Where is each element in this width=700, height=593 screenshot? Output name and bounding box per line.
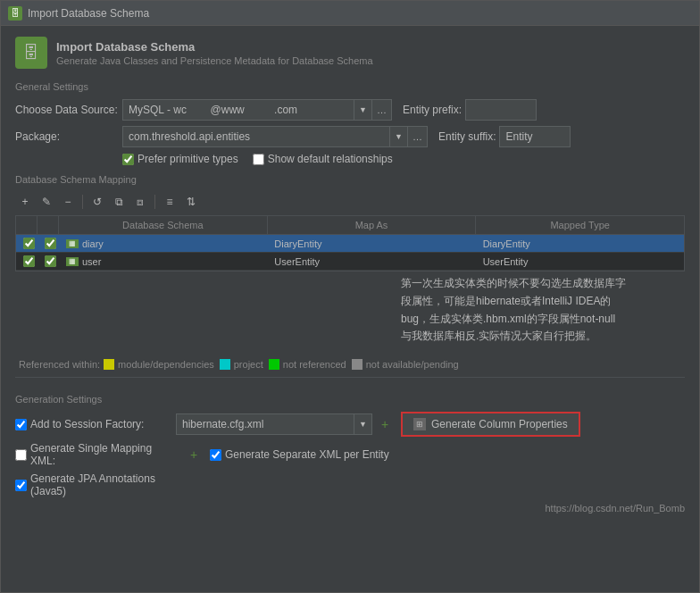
jpa-label: Generate JPA Annotations (Java5) <box>15 472 176 497</box>
prefer-primitive-checkbox[interactable] <box>122 154 134 165</box>
row1-check1 <box>16 235 38 252</box>
entity-suffix-input[interactable] <box>499 126 571 147</box>
remove-btn[interactable]: − <box>58 192 78 212</box>
session-factory-plus[interactable]: + <box>376 417 394 431</box>
annotation-text: 第一次生成实体类的时候不要勾选生成数据库字 段属性，可能是hibernate或者… <box>401 275 678 346</box>
session-factory-row: Add to Session Factory: ▼ + ⊞ Generate C… <box>15 412 685 437</box>
ref-box-project <box>220 359 230 370</box>
content-area: 🗄 Import Database Schema Generate Java C… <box>1 26 699 592</box>
datasource-label: Choose Data Source: <box>15 104 122 116</box>
session-factory-label: Add to Session Factory: <box>15 418 176 430</box>
show-default-checkbox[interactable] <box>253 154 264 165</box>
row2-check2 <box>38 253 59 270</box>
referenced-label: Referenced within: <box>19 359 100 370</box>
header-title: Import Database Schema <box>56 40 373 54</box>
annotation-line2: 段属性，可能是hibernate或者IntelliJ IDEA的 <box>401 295 611 307</box>
toolbar: + ✎ − ↺ ⧉ ⧈ ≡ ⇅ <box>15 192 685 212</box>
package-label: Package: <box>15 130 122 143</box>
paste-btn[interactable]: ⧈ <box>130 192 150 212</box>
toolbar-separator-2 <box>154 195 155 209</box>
url-bar: https://blog.csdn.net/Run_Bomb <box>15 503 685 514</box>
datasource-dropdown-btn[interactable]: ▼ <box>354 99 372 121</box>
session-factory-dropdown[interactable]: ▼ <box>354 413 372 435</box>
row2-mapas: UserEntity <box>267 254 475 270</box>
row1-check2 <box>38 235 59 252</box>
row1-mapas: DiaryEntity <box>267 236 475 252</box>
session-factory-checkbox[interactable] <box>15 419 27 430</box>
refresh-btn[interactable]: ↺ <box>88 192 107 212</box>
datasource-row: Choose Data Source: ▼ … Entity prefix: <box>15 99 685 121</box>
ref-not-text: not referenced <box>283 359 346 370</box>
mapping-section: Database Schema Mapping + ✎ − ↺ ⧉ ⧈ ≡ ⇅ … <box>15 174 685 271</box>
generation-settings-label: Generation Settings <box>15 394 685 405</box>
single-mapping-plus[interactable]: + <box>185 447 203 462</box>
header-section: 🗄 Import Database Schema Generate Java C… <box>15 37 685 69</box>
jpa-checkbox[interactable] <box>15 480 27 491</box>
ref-box-not-referenced <box>269 359 279 370</box>
header-subtitle: Generate Java Classes and Persistence Me… <box>56 55 373 66</box>
mapping-section-label: Database Schema Mapping <box>15 174 685 185</box>
row2-checkbox2[interactable] <box>45 255 56 267</box>
show-default-label: Show default relationships <box>268 153 393 165</box>
table-header: Database Schema Map As Mapped Type <box>16 216 684 235</box>
copy-btn[interactable]: ⧉ <box>109 192 129 212</box>
ref-box-pending <box>352 359 362 370</box>
jpa-text: Generate JPA Annotations (Java5) <box>30 472 176 497</box>
row1-schema: ▦ diary <box>59 236 267 252</box>
generation-section: Generation Settings Add to Session Facto… <box>15 394 685 514</box>
session-factory-input[interactable] <box>176 413 354 435</box>
table-row[interactable]: ▦ user UserEntity UserEntity <box>16 253 684 271</box>
package-input[interactable] <box>122 126 390 147</box>
row2-check1 <box>16 253 38 270</box>
col-check1 <box>16 216 38 234</box>
annotation-line4: 与我数据库相反.实际情况大家自行把握。 <box>401 330 596 342</box>
session-factory-text: Add to Session Factory: <box>30 418 144 430</box>
package-ellipsis-btn[interactable]: … <box>408 126 428 147</box>
row1-mapas-text: DiaryEntity <box>274 238 321 249</box>
entity-suffix-label: Entity suffix: <box>438 130 496 143</box>
generate-col-icon: ⊞ <box>413 418 426 430</box>
single-mapping-row: Generate Single Mapping XML: + Generate … <box>15 442 685 467</box>
row1-checkbox2[interactable] <box>45 238 56 249</box>
datasource-input[interactable] <box>122 99 354 121</box>
checkboxes-row: Prefer primitive types Show default rela… <box>122 153 685 165</box>
row1-checkbox1[interactable] <box>23 238 35 249</box>
annotation-line3: bug，生成实体类.hbm.xml的字段属性not-null <box>401 313 615 325</box>
ref-box-module <box>104 359 114 370</box>
edit-btn[interactable]: ✎ <box>37 192 56 212</box>
toolbar-separator-1 <box>82 195 83 209</box>
row2-schema-text: user <box>82 256 101 267</box>
header-text: Import Database Schema Generate Java Cla… <box>56 40 373 66</box>
main-window: 🗄 Import Database Schema 🗄 Import Databa… <box>0 0 700 593</box>
prefer-primitive-label: Prefer primitive types <box>138 153 238 165</box>
ref-project-text: project <box>234 359 263 370</box>
package-dropdown-btn[interactable]: ▼ <box>390 126 408 147</box>
header-icon: 🗄 <box>15 37 47 69</box>
row1-mapped: DiaryEntity <box>476 236 684 252</box>
table-icon-user: ▦ <box>66 257 79 266</box>
row2-checkbox1[interactable] <box>23 255 35 267</box>
separate-xml-item: Generate Separate XML per Entity <box>210 448 389 461</box>
entity-prefix-input[interactable] <box>465 99 537 121</box>
single-mapping-checkbox[interactable] <box>15 449 27 461</box>
row2-schema: ▦ user <box>59 254 267 270</box>
title-bar-text: Import Database Schema <box>28 7 149 20</box>
annotation-line1: 第一次生成实体类的时候不要勾选生成数据库字 <box>401 277 626 289</box>
row1-mapped-text: DiaryEntity <box>483 238 530 249</box>
sort-btn[interactable]: ≡ <box>160 192 179 212</box>
title-bar: 🗄 Import Database Schema <box>1 1 699 26</box>
annotation-area: 第一次生成实体类的时候不要勾选生成数据库字 段属性，可能是hibernate或者… <box>15 275 685 355</box>
table-row[interactable]: ▦ diary DiaryEntity DiaryEntity <box>16 235 684 253</box>
schema-table: Database Schema Map As Mapped Type ▦ dia… <box>15 215 685 271</box>
generate-column-btn[interactable]: ⊞ Generate Column Properties <box>401 412 580 437</box>
single-mapping-label: Generate Single Mapping XML: <box>15 442 176 467</box>
row1-schema-text: diary <box>82 238 104 249</box>
reorder-btn[interactable]: ⇅ <box>181 192 201 212</box>
package-row: Package: ▼ … Entity suffix: <box>15 126 685 147</box>
show-default-item: Show default relationships <box>253 153 393 165</box>
add-btn[interactable]: + <box>15 192 35 212</box>
datasource-ellipsis-btn[interactable]: … <box>372 99 392 121</box>
entity-prefix-label: Entity prefix: <box>403 104 462 116</box>
separate-xml-checkbox[interactable] <box>210 449 221 461</box>
ref-pending-text: not available/pending <box>366 359 459 370</box>
